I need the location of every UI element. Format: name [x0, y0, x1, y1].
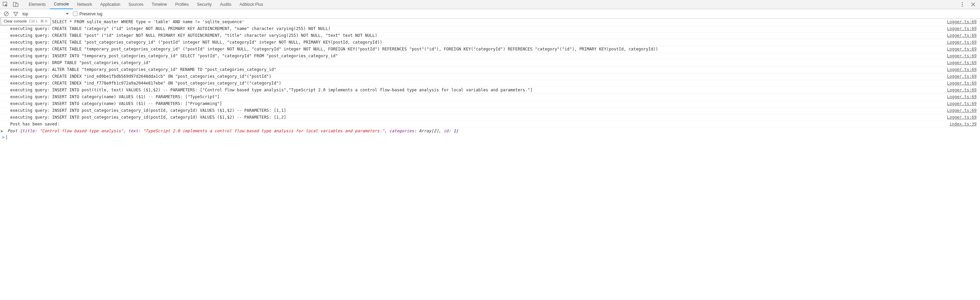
- tab-network[interactable]: Network: [73, 0, 96, 9]
- log-source-link[interactable]: Logger.ts:69: [943, 81, 980, 86]
- console-log-area: executing query: SELECT * FROM sqlite_ma…: [0, 19, 980, 128]
- toolbar-right: [959, 2, 978, 7]
- log-message: executing query: INSERT INTO post_catego…: [0, 108, 943, 114]
- log-row: executing query: INSERT INTO post(title,…: [0, 87, 980, 94]
- log-message: executing query: CREATE TABLE "category"…: [0, 26, 943, 32]
- log-row: executing query: INSERT INTO post_catego…: [0, 114, 980, 121]
- log-row: executing query: INSERT INTO "temporary_…: [0, 53, 980, 60]
- kebab-icon[interactable]: [959, 2, 965, 7]
- text-cursor: [6, 135, 7, 140]
- svg-rect-2: [16, 3, 18, 6]
- preserve-log-checkbox[interactable]: Preserve log: [73, 11, 102, 16]
- log-message: executing query: INSERT INTO post_catego…: [0, 114, 943, 120]
- log-source-link[interactable]: Logger.ts:69: [943, 94, 980, 100]
- prop-val: "TypeScript 2.0 implements a control flo…: [143, 129, 384, 133]
- device-mode-icon[interactable]: [13, 2, 18, 7]
- prop-val: Array[2]: [419, 129, 439, 133]
- svg-point-3: [962, 2, 963, 3]
- prop-val: "Control flow based type analysis": [40, 129, 123, 133]
- log-source-link[interactable]: Logger.ts:69: [943, 108, 980, 114]
- tooltip-shortcut1: Ctrl L: [29, 19, 38, 23]
- console-prompt[interactable]: >: [0, 134, 980, 140]
- tab-sources[interactable]: Sources: [124, 0, 148, 9]
- log-row: executing query: CREATE TABLE "post" ("i…: [0, 32, 980, 39]
- prompt-caret-icon: >: [2, 135, 5, 140]
- log-row: executing query: CREATE TABLE "temporary…: [0, 46, 980, 53]
- log-source-link[interactable]: Logger.ts:69: [943, 60, 980, 66]
- tab-profiles[interactable]: Profiles: [171, 0, 193, 9]
- log-message: executing query: CREATE INDEX "ind_ed0be…: [0, 74, 943, 79]
- clear-console-tooltip: Clear console Ctrl L ⌘ K: [1, 17, 51, 25]
- log-message: executing query: CREATE INDEX "ind_f778e…: [0, 81, 943, 86]
- tab-security[interactable]: Security: [193, 0, 216, 9]
- log-row: executing query: SELECT * FROM sqlite_ma…: [0, 19, 980, 25]
- log-source-link[interactable]: Logger.ts:69: [943, 114, 980, 120]
- log-row: executing query: DROP TABLE "post_catego…: [0, 60, 980, 67]
- tab-adblock-plus[interactable]: Adblock Plus: [235, 0, 267, 9]
- close-icon[interactable]: [970, 2, 976, 7]
- object-preview-row: ▶ Post {title: "Control flow based type …: [0, 128, 980, 134]
- object-class: Post: [8, 129, 18, 133]
- tab-audits[interactable]: Audits: [216, 0, 235, 9]
- checkbox-icon: [73, 11, 77, 16]
- tab-console[interactable]: Console: [50, 0, 73, 9]
- log-source-link[interactable]: Logger.ts:69: [943, 87, 980, 93]
- prop-val: 1: [453, 129, 456, 133]
- log-source-link[interactable]: Logger.ts:69: [943, 33, 980, 38]
- log-source-link[interactable]: Logger.ts:69: [943, 53, 980, 59]
- log-row: executing query: INSERT INTO category(na…: [0, 94, 980, 100]
- log-row: executing query: ALTER TABLE "temporary_…: [0, 67, 980, 73]
- devtools-toolbar: ElementsConsoleNetworkApplicationSources…: [0, 0, 980, 9]
- toolbar-left: [2, 2, 18, 7]
- tab-elements[interactable]: Elements: [25, 0, 50, 9]
- svg-line-7: [5, 12, 8, 15]
- log-message: executing query: INSERT INTO category(na…: [0, 101, 943, 107]
- toolbar-tabs: ElementsConsoleNetworkApplicationSources…: [25, 0, 267, 9]
- console-subbar: top Preserve log Clear console Ctrl L ⌘ …: [0, 9, 980, 19]
- prop-key: text: [128, 129, 138, 133]
- log-row: executing query: CREATE INDEX "ind_ed0be…: [0, 73, 980, 80]
- context-label: top: [22, 11, 28, 16]
- chevron-down-icon: [66, 13, 69, 15]
- expand-arrow-icon[interactable]: ▶: [0, 128, 4, 134]
- preserve-log-label: Preserve log: [80, 11, 102, 16]
- log-row: executing query: INSERT INTO category(na…: [0, 100, 980, 107]
- log-source-link[interactable]: Logger.ts:69: [943, 74, 980, 79]
- log-message: executing query: INSERT INTO post(title,…: [0, 87, 943, 93]
- log-row: executing query: CREATE TABLE "category"…: [0, 25, 980, 32]
- log-source-link[interactable]: Logger.ts:69: [943, 19, 980, 25]
- log-source-link[interactable]: Logger.ts:69: [943, 26, 980, 32]
- log-row: executing query: INSERT INTO post_catego…: [0, 107, 980, 114]
- log-message: executing query: SELECT * FROM sqlite_ma…: [0, 19, 943, 25]
- tab-timeline[interactable]: Timeline: [148, 0, 171, 9]
- log-message: executing query: ALTER TABLE "temporary_…: [0, 67, 943, 73]
- inspect-icon[interactable]: [3, 2, 8, 7]
- log-message: executing query: CREATE TABLE "post" ("i…: [0, 33, 943, 38]
- log-source-link[interactable]: Logger.ts:69: [943, 40, 980, 45]
- log-source-link[interactable]: Logger.ts:69: [943, 67, 980, 73]
- prop-key: title: [22, 129, 35, 133]
- log-message: executing query: DROP TABLE "post_catego…: [0, 60, 943, 66]
- prop-key: categories: [390, 129, 414, 133]
- log-row: executing query: CREATE INDEX "ind_f778e…: [0, 80, 980, 87]
- log-message: executing query: CREATE TABLE "post_cate…: [0, 40, 943, 45]
- log-message: executing query: CREATE TABLE "temporary…: [0, 46, 943, 52]
- log-message: executing query: INSERT INTO "temporary_…: [0, 53, 943, 59]
- object-preview[interactable]: Post {title: "Control flow based type an…: [4, 128, 458, 134]
- log-source-link[interactable]: Logger.ts:69: [943, 46, 980, 52]
- log-message: Post has been saved:: [0, 121, 946, 127]
- prop-key: id: [444, 129, 449, 133]
- log-row: executing query: CREATE TABLE "post_cate…: [0, 39, 980, 46]
- tooltip-label: Clear console: [4, 19, 27, 23]
- context-selector[interactable]: top: [22, 11, 69, 16]
- svg-point-5: [962, 6, 963, 7]
- log-message: executing query: INSERT INTO category(na…: [0, 94, 943, 100]
- tooltip-shortcut2: ⌘ K: [40, 19, 48, 23]
- filter-icon[interactable]: [13, 11, 18, 17]
- log-row: Post has been saved:index.ts:39: [0, 121, 980, 128]
- log-source-link[interactable]: index.ts:39: [946, 121, 980, 127]
- svg-point-4: [962, 4, 963, 5]
- log-source-link[interactable]: Logger.ts:69: [943, 101, 980, 107]
- clear-console-icon[interactable]: [3, 11, 9, 17]
- tab-application[interactable]: Application: [96, 0, 124, 9]
